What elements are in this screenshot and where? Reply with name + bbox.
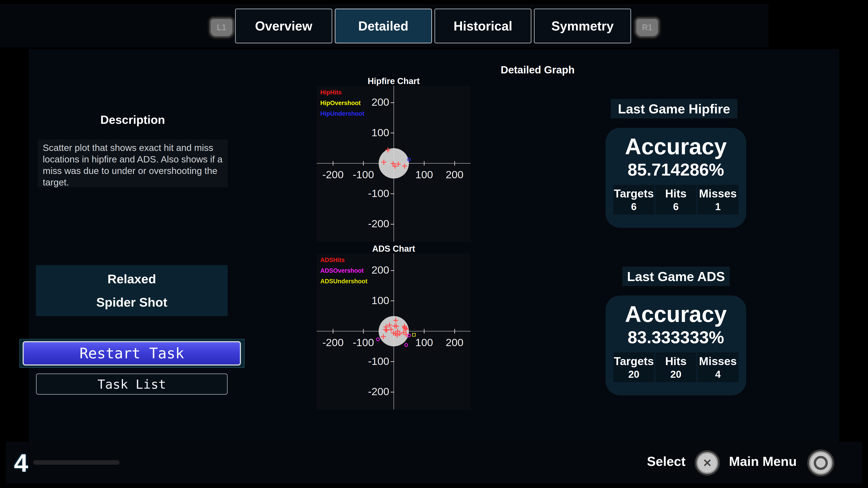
l1-label: L1 — [217, 23, 226, 32]
y-tick — [391, 193, 394, 194]
hipfire-targets-box: Targets 6 — [613, 185, 654, 215]
cross-arm — [395, 318, 396, 323]
scatter-point-hit — [393, 318, 398, 323]
scatter-point-hit — [394, 324, 399, 329]
circle-glyph — [814, 456, 828, 470]
tab-bar: Overview Detailed Historical Symmetry — [235, 8, 631, 43]
hipfire-chart-title: Hipfire Chart — [317, 76, 471, 86]
y-tick — [391, 133, 394, 133]
circle-button-icon[interactable] — [809, 451, 833, 475]
scatter-point-miss — [404, 343, 408, 347]
cross-arm — [399, 331, 400, 336]
legend-adshits: ADSHits — [320, 257, 345, 264]
cross-arm — [388, 148, 388, 153]
y-tick-label: 100 — [351, 294, 389, 306]
x-tick — [424, 329, 425, 333]
y-tick-label: -200 — [351, 385, 389, 398]
select-label: Select — [647, 454, 686, 469]
ads-stat-row: Targets 20 Hits 20 Misses 4 — [606, 352, 746, 382]
tab-historical[interactable]: Historical — [434, 8, 532, 43]
ads-accuracy-value: 83.333333% — [606, 327, 746, 347]
cross-arm — [406, 332, 407, 337]
y-tick — [391, 300, 394, 301]
y-tick-label: 200 — [351, 96, 389, 108]
legend-adsundershoot: ADSUndershoot — [320, 278, 368, 285]
cross-arm — [386, 328, 387, 333]
cross-arm — [383, 160, 384, 165]
scatter-point-hit — [381, 334, 386, 339]
ads-chart-title: ADS Chart — [317, 244, 471, 254]
hipfire-chart: HipHits HipOvershoot HipUndershoot -200-… — [317, 86, 471, 242]
task-mode: Relaxed — [107, 271, 156, 286]
hipfire-misses-box: Misses 1 — [698, 185, 739, 215]
task-name: Spider Shot — [96, 295, 167, 310]
hipfire-stat-row: Targets 6 Hits 6 Misses 1 — [606, 185, 746, 215]
y-tick-label: -100 — [351, 187, 389, 199]
tab-detailed[interactable]: Detailed — [335, 8, 432, 43]
y-tick — [391, 361, 394, 362]
x-tick — [363, 161, 364, 166]
ads-accuracy-label: Accuracy — [606, 302, 746, 326]
last-game-ads-header: Last Game ADS — [622, 267, 730, 286]
ads-chart: ADSHits ADSOvershoot ADSUndershoot -200-… — [317, 254, 471, 410]
main-menu-label: Main Menu — [729, 454, 797, 469]
x-tick — [333, 329, 333, 333]
y-tick-label: -200 — [351, 217, 389, 230]
cross-arm — [383, 334, 384, 339]
page-title: Detailed Graph — [501, 64, 575, 76]
cross-button-icon[interactable]: ✕ — [696, 452, 718, 474]
cross-arm — [398, 162, 399, 166]
r1-shoulder-button[interactable]: R1 — [635, 18, 659, 38]
ads-stat-card: Accuracy 83.333333% Targets 20 Hits 20 M… — [606, 295, 746, 395]
r1-label: R1 — [642, 23, 652, 32]
description-heading: Description — [38, 113, 228, 127]
hipfire-accuracy-label: Accuracy — [606, 135, 746, 158]
hipfire-accuracy-value: 85.714286% — [606, 160, 746, 180]
hipfire-hits-box: Hits 6 — [655, 185, 696, 215]
x-tick — [424, 161, 425, 166]
tab-overview[interactable]: Overview — [235, 8, 332, 43]
scatter-point-miss — [412, 333, 416, 337]
cross-arm — [396, 324, 397, 329]
x-tick — [454, 329, 455, 333]
scatter-point-hit — [393, 164, 397, 169]
ads-targets-box: Targets 20 — [613, 352, 654, 382]
restart-task-button[interactable]: Restart Task — [23, 341, 241, 365]
scatter-point-hit — [385, 148, 391, 153]
scatter-point-hit — [402, 164, 407, 168]
x-tick — [333, 161, 333, 166]
last-game-hipfire-header: Last Game Hipfire — [611, 99, 737, 119]
y-tick — [391, 224, 394, 225]
y-tick — [391, 392, 394, 392]
tab-symmetry[interactable]: Symmetry — [534, 8, 631, 43]
hipfire-stat-card: Accuracy 85.714286% Targets 6 Hits 6 Mis… — [606, 128, 746, 228]
page-indicator: 4 — [14, 449, 28, 478]
x-tick-label: 200 — [434, 168, 475, 181]
cross-arm — [404, 164, 405, 168]
y-tick-label: 200 — [351, 264, 389, 276]
l1-shoulder-button[interactable]: L1 — [209, 18, 234, 38]
x-tick — [363, 329, 364, 333]
current-task-box: Relaxed Spider Shot — [36, 265, 228, 316]
x-tick — [454, 161, 455, 166]
x-tick-label: -100 — [343, 168, 384, 181]
cross-arm — [395, 164, 395, 169]
progress-track[interactable] — [33, 460, 120, 465]
scatter-point-hit — [384, 328, 389, 333]
scatter-point-hit — [381, 160, 386, 165]
legend-hiphits: HipHits — [320, 89, 342, 96]
scatter-point-miss — [407, 334, 411, 337]
y-tick-label: 100 — [351, 126, 389, 139]
y-tick-label: -100 — [351, 355, 389, 367]
ads-hits-box: Hits 20 — [655, 352, 696, 382]
y-tick — [391, 102, 394, 103]
description-body: Scatter plot that shows exact hit and mi… — [38, 139, 228, 187]
y-tick — [391, 270, 394, 271]
ads-misses-box: Misses 4 — [698, 352, 739, 382]
x-tick-label: 200 — [434, 336, 475, 349]
task-list-button[interactable]: Task List — [36, 373, 228, 395]
scatter-point-miss — [407, 158, 411, 161]
legend-hipundershoot: HipUndershoot — [320, 110, 364, 117]
